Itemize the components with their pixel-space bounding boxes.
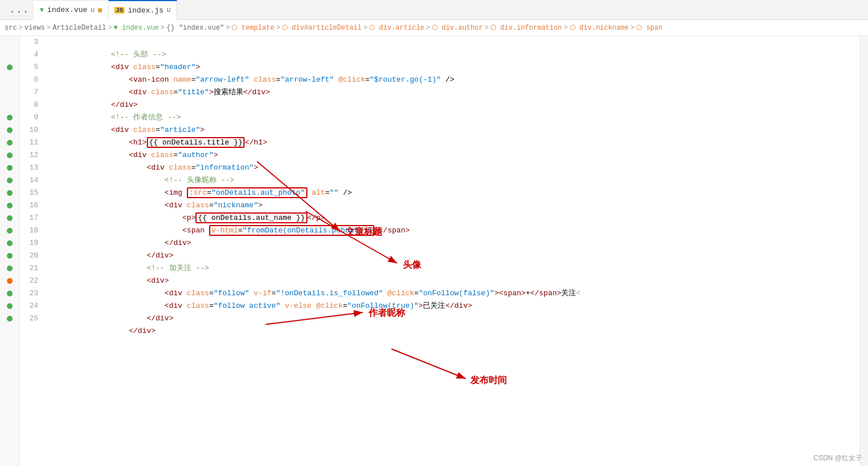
gutter-dot-25 (7, 316, 13, 322)
line-num-13: 13 (20, 162, 38, 174)
gutter-dot-5 (7, 65, 13, 70)
tab-label-vue: index.vue (47, 6, 87, 14)
code-line-24: </div> (49, 300, 860, 312)
code-line-20: <!-- 加关注 --> (49, 250, 860, 262)
nav-dots: ... (9, 4, 29, 15)
line-num-16: 16 (20, 199, 38, 212)
line-num-3: 3 (20, 36, 38, 49)
line-num-14: 14 (20, 174, 38, 187)
bc-div-nickname: ⬡ div.nickname (570, 23, 629, 32)
code-line-4: <div class="header"> (49, 49, 860, 61)
code-line-9: <div class="article"> (49, 111, 860, 124)
nav-area: ... (5, 4, 34, 15)
bc-sep2: > (47, 24, 51, 32)
bc-div-article: ⬡ div.article (369, 23, 424, 32)
line-numbers: 3 4 5 6 7 8 9 10 11 12 13 14 15 16 17 18… (20, 36, 43, 466)
bc-sep11: > (630, 24, 634, 32)
line-num-4: 4 (20, 49, 38, 61)
gutter-dot-9 (7, 115, 13, 120)
code-line-19: </div> (49, 237, 860, 250)
line-num-7: 7 (20, 86, 38, 99)
bc-sep6: > (276, 24, 280, 32)
bc-index-vue: ▼ index.vue (114, 24, 159, 32)
bc-sep3: > (108, 24, 112, 32)
editor-container: 3 4 5 6 7 8 9 10 11 12 13 14 15 16 17 18… (0, 36, 868, 466)
bc-sep1: > (19, 24, 23, 32)
bc-sep10: > (563, 24, 567, 32)
gutter-dot-14 (7, 178, 13, 183)
tab-index-vue[interactable]: ▼ index.vue U (34, 0, 109, 20)
bc-sep8: > (426, 24, 430, 32)
bc-sep7: > (363, 24, 367, 32)
vue-icon: ▼ (39, 6, 43, 14)
tab-modifier-js: U (167, 7, 171, 14)
code-editor[interactable]: <!-- 头部 --> <div class="header"> <van-ic… (43, 36, 860, 466)
line-num-25: 25 (20, 312, 38, 325)
tab-label-js: index.js (128, 6, 163, 15)
gutter-dot-20 (7, 253, 13, 259)
bc-div-information: ⬡ div.information (490, 23, 562, 32)
gutter-dot-18 (7, 228, 13, 234)
gutter-dot-10 (7, 127, 13, 133)
line-num-17: 17 (20, 212, 38, 224)
line-num-5: 5 (20, 61, 38, 74)
line-num-23: 23 (20, 287, 38, 300)
code-line-23: <div class="follow active" v-else @click… (49, 287, 860, 300)
code-line-10: <h1>{{ onDetails.title }}</h1> (49, 124, 860, 136)
tab-modifier-vue: U (91, 7, 95, 14)
js-icon: JS (114, 7, 124, 14)
bc-sep4: > (161, 24, 165, 32)
line-num-15: 15 (20, 187, 38, 199)
code-line-16: <p>{{ onDetails.aut_name }}</p> (49, 199, 860, 212)
tab-modified-dot (98, 8, 102, 13)
code-line-22: <div class="follow" v-if="!onDetails.is_… (49, 275, 860, 287)
tab-bar: ... ▼ index.vue U JS index.js U (0, 0, 868, 20)
bc-views: views (25, 24, 45, 32)
svg-line-4 (391, 349, 466, 379)
bc-src: src (5, 24, 17, 32)
code-line-5: <van-icon name="arrow-left" class="arrow… (49, 61, 860, 74)
code-line-7: </div> (49, 86, 860, 99)
line-num-12: 12 (20, 149, 38, 162)
tab-index-js[interactable]: JS index.js U (109, 0, 177, 20)
line-num-21: 21 (20, 262, 38, 275)
gutter-dot-15 (7, 190, 13, 196)
code-line-14: <img :src="onDetails.aut_photo" alt="" /… (49, 174, 860, 187)
code-line-21: <div> (49, 262, 860, 275)
gutter-dot-13 (7, 165, 13, 171)
watermark: CSDN @红女子 (813, 453, 862, 463)
scrollbar[interactable] (860, 36, 868, 466)
code-line-13: <!-- 头像昵称 --> (49, 162, 860, 174)
bc-span: ⬡ span (636, 23, 662, 32)
gutter-dot-21 (7, 266, 13, 271)
line-num-20: 20 (20, 250, 38, 262)
bc-sep9: > (485, 24, 489, 32)
gutter-dot-17 (7, 215, 13, 221)
line-num-9: 9 (20, 111, 38, 124)
bc-template: ⬡ template (231, 23, 274, 32)
line-num-6: 6 (20, 74, 38, 86)
gutter-dot-22 (7, 278, 13, 284)
bc-div-author: ⬡ div.author (432, 23, 483, 32)
bc-div-articledetail: ⬡ div#articleDetail (282, 23, 362, 32)
bc-articledetail: ArticleDetail (53, 24, 106, 32)
code-line-6: <div class="title">搜索结果</div> (49, 74, 860, 86)
bc-sep5: > (226, 24, 230, 32)
code-line-18: </div> (49, 224, 860, 237)
line-num-10: 10 (20, 124, 38, 136)
gutter-dot-11 (7, 140, 13, 146)
gutter-dot-12 (7, 152, 13, 158)
code-line-8: <!-- 作者信息 --> (49, 99, 860, 111)
annotation-publish-time: 发布时间 (470, 375, 507, 385)
code-line-17: <span v-html="fromDate(onDetails.pubdate… (49, 212, 860, 224)
code-line-11: <div class="author"> (49, 136, 860, 149)
line-num-22: 22 (20, 275, 38, 287)
code-line-12: <div class="information"> (49, 149, 860, 162)
editor-gutter (0, 36, 20, 466)
line-num-8: 8 (20, 99, 38, 111)
code-line-15: <div class="nickname"> (49, 187, 860, 199)
line-num-24: 24 (20, 300, 38, 312)
breadcrumb: src > views > ArticleDetail > ▼ index.vu… (0, 20, 868, 36)
gutter-dot-16 (7, 203, 13, 208)
gutter-dot-23 (7, 291, 13, 296)
